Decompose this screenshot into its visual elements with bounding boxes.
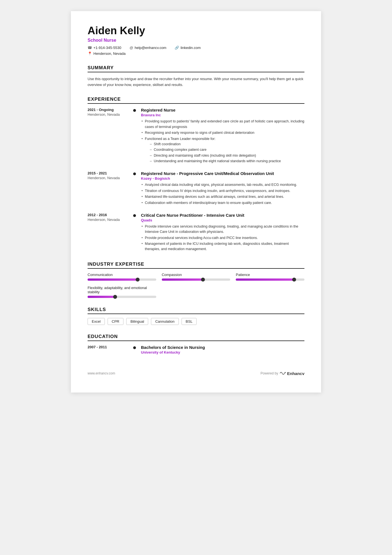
experience-entry-2: 2015 - 2021 Henderson, Nevada Registered… [88, 171, 304, 206]
sub-bullet-1-2: Coordinating complex patient care [149, 147, 304, 152]
exp-company-3: Quads [141, 218, 304, 222]
exp-date-loc-2: 2015 - 2021 Henderson, Nevada [88, 171, 132, 206]
expertise-track-compassion [162, 278, 230, 281]
expertise-item-compassion: Compassion [162, 273, 230, 281]
expertise-item-communication: Communication [88, 273, 156, 281]
expertise-fill-compassion [162, 278, 203, 281]
candidate-name: Aiden Kelly [88, 25, 304, 37]
sub-bullet-1-4: Understanding and maintaining the eight … [149, 159, 304, 164]
exp-bullet-2-1: Analyzed clinical data including vital s… [141, 182, 304, 188]
experience-entries: 2021 - Ongoing Henderson, Nevada Registe… [88, 108, 304, 252]
expertise-dot-compassion [201, 278, 205, 282]
education-title: EDUCATION [88, 334, 304, 341]
expertise-label-communication: Communication [88, 273, 156, 277]
exp-bullet-col-1 [132, 108, 137, 164]
experience-title: EXPERIENCE [88, 97, 304, 104]
location-icon: 📍 [88, 51, 92, 56]
skill-tag-cpr: CPR [108, 318, 123, 325]
exp-bullet-1-2: Recognising and early response to signs … [141, 130, 304, 135]
experience-entry-3: 2012 - 2016 Henderson, Nevada Critical C… [88, 213, 304, 253]
exp-bullets-2: Analyzed clinical data including vital s… [141, 182, 304, 206]
exp-dates-2: 2015 - 2021 [88, 171, 129, 175]
skill-tag-cannulation: Cannulation [151, 318, 178, 325]
exp-bullet-3-1: Provide intensive care services includin… [141, 224, 304, 235]
experience-entry-1: 2021 - Ongoing Henderson, Nevada Registe… [88, 108, 304, 164]
expertise-item-flexibility: Flexibility, adaptability, and emotional… [88, 286, 156, 298]
candidate-title: School Nurse [88, 38, 304, 43]
skill-tag-bsl: BSL [182, 318, 197, 325]
email-icon: @ [130, 46, 133, 50]
experience-section: EXPERIENCE 2021 - Ongoing Henderson, Nev… [88, 97, 304, 252]
exp-dot-3 [133, 214, 136, 217]
expertise-label-flexibility: Flexibility, adaptability, and emotional… [88, 286, 156, 294]
enhancv-logo: Enhancv [280, 371, 304, 376]
exp-dates-3: 2012 - 2016 [88, 213, 129, 217]
skill-tag-excel: Excel [88, 318, 105, 325]
skills-tags: Excel CPR Bilingual Cannulation BSL [88, 318, 304, 325]
sub-bullet-1-3: Directing and maintaining staff roles (i… [149, 153, 304, 158]
footer-website: www.enhancv.com [88, 371, 115, 375]
summary-text: Use this opportunity to intrigue and dra… [88, 76, 304, 88]
footer-logo: Powered by Enhancv [260, 371, 304, 376]
exp-bullet-col-3 [132, 213, 137, 253]
skills-title: SKILLS [88, 307, 304, 314]
sub-bullets-1: Shift coordination Coordinating complex … [149, 142, 304, 164]
edu-content-1: Bachelors of Science in Nursing Universi… [137, 345, 304, 354]
summary-section: SUMMARY Use this opportunity to intrigue… [88, 65, 304, 88]
exp-bullets-1: Providing support to patients' family an… [141, 119, 304, 164]
exp-location-3: Henderson, Nevada [88, 218, 129, 222]
sub-bullet-1-1: Shift coordination [149, 142, 304, 147]
footer-powered-by: Powered by [260, 371, 278, 375]
exp-content-3: Critical Care Nurse Practitioner - Inten… [137, 213, 304, 253]
edu-school-1: University of Kentucky [141, 350, 304, 354]
exp-job-title-1: Registered Nurse [141, 108, 304, 112]
exp-location-2: Henderson, Nevada [88, 176, 129, 180]
edu-bullet-col-1 [132, 345, 137, 354]
edu-degree-1: Bachelors of Science in Nursing [141, 345, 304, 350]
linkedin-icon: 🔗 [175, 46, 179, 50]
exp-job-title-2: Registered Nurse - Progressive Care Unit… [141, 171, 304, 176]
expertise-dot-patience [292, 278, 296, 282]
expertise-fill-flexibility [88, 296, 115, 298]
expertise-item-patience: Patience [236, 273, 304, 281]
exp-date-loc-1: 2021 - Ongoing Henderson, Nevada [88, 108, 132, 164]
expertise-grid: Communication Compassion Patience [88, 273, 304, 298]
exp-company-1: Bravura Inc [141, 113, 304, 117]
location-value: Henderson, Nevada [93, 51, 126, 56]
exp-bullet-2-4: Collaboration with members of interdisci… [141, 200, 304, 206]
resume-page: Aiden Kelly School Nurse ☎ +1-914-345-55… [71, 11, 321, 393]
exp-bullet-1-1: Providing support to patients' family an… [141, 119, 304, 130]
skill-tag-bilingual: Bilingual [126, 318, 148, 325]
exp-bullet-col-2 [132, 171, 137, 206]
location-contact: 📍 Henderson, Nevada [88, 51, 126, 56]
linkedin-value: linkedin.com [180, 46, 200, 50]
expertise-dot-flexibility [113, 295, 117, 299]
expertise-track-communication [88, 278, 156, 281]
email-value: help@enhancv.com [135, 46, 166, 50]
skills-section: SKILLS Excel CPR Bilingual Cannulation B… [88, 307, 304, 325]
education-entry-1: 2007 - 2011 Bachelors of Science in Nurs… [88, 345, 304, 354]
education-section: EDUCATION 2007 - 2011 Bachelors of Scien… [88, 334, 304, 354]
expertise-track-flexibility [88, 296, 156, 298]
expertise-fill-communication [88, 278, 138, 281]
exp-job-title-3: Critical Care Nurse Practitioner - Inten… [141, 213, 304, 218]
expertise-label-patience: Patience [236, 273, 304, 277]
expertise-fill-patience [236, 278, 294, 281]
expertise-title: INDUSTRY EXPERTISE [88, 262, 304, 269]
exp-bullets-3: Provide intensive care services includin… [141, 224, 304, 252]
edu-dates-1: 2007 - 2011 [88, 345, 132, 354]
exp-dot-1 [133, 109, 136, 112]
exp-content-1: Registered Nurse Bravura Inc Providing s… [137, 108, 304, 164]
exp-location-1: Henderson, Nevada [88, 112, 129, 117]
linkedin-contact: 🔗 linkedin.com [175, 46, 200, 50]
expertise-track-patience [236, 278, 304, 281]
expertise-dot-communication [136, 278, 140, 282]
phone-contact: ☎ +1-914-345-5530 [88, 46, 121, 50]
exp-bullet-2-2: Titration of continuous IV drips includi… [141, 188, 304, 194]
email-contact: @ help@enhancv.com [130, 46, 166, 50]
footer: www.enhancv.com Powered by Enhancv [88, 371, 304, 376]
expertise-label-compassion: Compassion [162, 273, 230, 277]
header: Aiden Kelly School Nurse ☎ +1-914-345-55… [88, 25, 304, 56]
exp-bullet-3-3: Management of patients in the ICU includ… [141, 241, 304, 252]
exp-company-2: Kozey - Bogisich [141, 176, 304, 181]
